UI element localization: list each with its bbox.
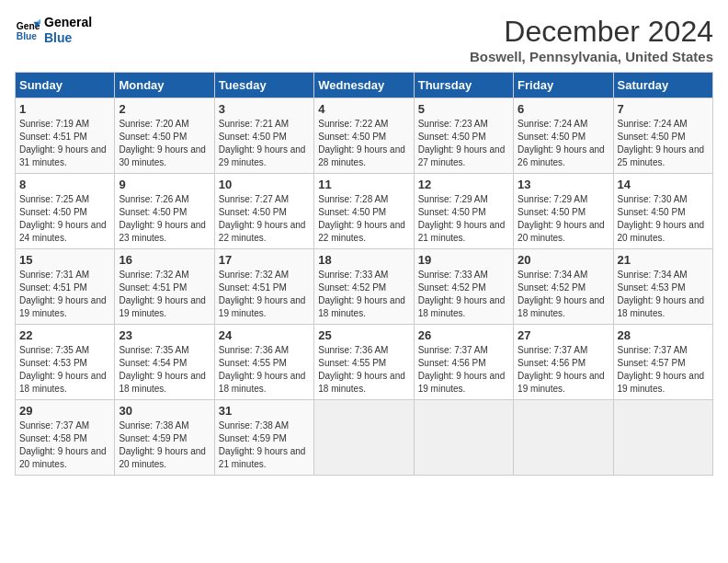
day-number: 16 <box>119 253 210 267</box>
title-area: December 2024 Boswell, Pennsylvania, Uni… <box>470 15 713 64</box>
calendar-cell: 19 Sunrise: 7:33 AM Sunset: 4:52 PM Dayl… <box>414 249 513 325</box>
calendar-cell: 13 Sunrise: 7:29 AM Sunset: 4:50 PM Dayl… <box>514 174 613 249</box>
day-number: 4 <box>318 102 409 116</box>
day-info: Sunrise: 7:34 AM Sunset: 4:53 PM Dayligh… <box>618 269 709 320</box>
day-info: Sunrise: 7:24 AM Sunset: 4:50 PM Dayligh… <box>518 118 609 169</box>
day-of-week-header: Friday <box>514 73 613 98</box>
day-number: 27 <box>518 328 609 342</box>
calendar-table: SundayMondayTuesdayWednesdayThursdayFrid… <box>15 72 713 476</box>
calendar-cell: 16 Sunrise: 7:32 AM Sunset: 4:51 PM Dayl… <box>115 249 214 325</box>
day-number: 6 <box>518 102 609 116</box>
day-info: Sunrise: 7:19 AM Sunset: 4:51 PM Dayligh… <box>19 118 110 169</box>
day-info: Sunrise: 7:35 AM Sunset: 4:53 PM Dayligh… <box>19 344 110 396</box>
day-info: Sunrise: 7:20 AM Sunset: 4:50 PM Dayligh… <box>119 118 210 169</box>
day-info: Sunrise: 7:28 AM Sunset: 4:50 PM Dayligh… <box>318 193 409 245</box>
day-info: Sunrise: 7:32 AM Sunset: 4:51 PM Dayligh… <box>219 269 310 320</box>
day-of-week-header: Wednesday <box>314 73 414 98</box>
day-number: 29 <box>19 404 110 418</box>
calendar-cell: 7 Sunrise: 7:24 AM Sunset: 4:50 PM Dayli… <box>613 98 712 174</box>
calendar-cell: 3 Sunrise: 7:21 AM Sunset: 4:50 PM Dayli… <box>214 98 313 174</box>
day-info: Sunrise: 7:35 AM Sunset: 4:54 PM Dayligh… <box>119 344 210 396</box>
day-number: 11 <box>318 178 409 191</box>
day-info: Sunrise: 7:32 AM Sunset: 4:51 PM Dayligh… <box>119 269 210 320</box>
day-number: 14 <box>618 178 709 191</box>
day-info: Sunrise: 7:31 AM Sunset: 4:51 PM Dayligh… <box>19 269 110 320</box>
calendar-week-row: 29 Sunrise: 7:37 AM Sunset: 4:58 PM Dayl… <box>16 400 713 476</box>
day-info: Sunrise: 7:27 AM Sunset: 4:50 PM Dayligh… <box>219 193 310 245</box>
calendar-cell: 25 Sunrise: 7:36 AM Sunset: 4:55 PM Dayl… <box>314 325 414 400</box>
calendar-cell: 28 Sunrise: 7:37 AM Sunset: 4:57 PM Dayl… <box>613 325 712 400</box>
day-info: Sunrise: 7:25 AM Sunset: 4:50 PM Dayligh… <box>19 193 110 245</box>
calendar-cell: 8 Sunrise: 7:25 AM Sunset: 4:50 PM Dayli… <box>16 174 115 249</box>
day-info: Sunrise: 7:34 AM Sunset: 4:52 PM Dayligh… <box>518 269 609 320</box>
day-info: Sunrise: 7:29 AM Sunset: 4:50 PM Dayligh… <box>518 193 609 245</box>
day-number: 8 <box>19 178 110 191</box>
day-of-week-header: Saturday <box>613 73 712 98</box>
calendar-cell: 6 Sunrise: 7:24 AM Sunset: 4:50 PM Dayli… <box>514 98 613 174</box>
day-info: Sunrise: 7:37 AM Sunset: 4:56 PM Dayligh… <box>518 344 609 396</box>
day-number: 10 <box>219 178 310 191</box>
calendar-week-row: 8 Sunrise: 7:25 AM Sunset: 4:50 PM Dayli… <box>16 174 713 249</box>
day-number: 18 <box>318 253 409 267</box>
calendar-cell: 4 Sunrise: 7:22 AM Sunset: 4:50 PM Dayli… <box>314 98 414 174</box>
day-info: Sunrise: 7:38 AM Sunset: 4:59 PM Dayligh… <box>219 419 310 471</box>
calendar-cell: 2 Sunrise: 7:20 AM Sunset: 4:50 PM Dayli… <box>115 98 214 174</box>
day-info: Sunrise: 7:38 AM Sunset: 4:59 PM Dayligh… <box>119 419 210 471</box>
logo: General Blue General Blue <box>15 15 92 46</box>
day-of-week-header: Sunday <box>16 73 115 98</box>
calendar-body: 1 Sunrise: 7:19 AM Sunset: 4:51 PM Dayli… <box>16 98 713 476</box>
day-number: 5 <box>418 102 509 116</box>
calendar-cell: 20 Sunrise: 7:34 AM Sunset: 4:52 PM Dayl… <box>514 249 613 325</box>
calendar-header-row: SundayMondayTuesdayWednesdayThursdayFrid… <box>16 73 713 98</box>
calendar-cell <box>314 400 414 476</box>
logo-name-general: General <box>44 15 92 30</box>
day-info: Sunrise: 7:26 AM Sunset: 4:50 PM Dayligh… <box>119 193 210 245</box>
day-of-week-header: Monday <box>115 73 214 98</box>
day-number: 31 <box>219 404 310 418</box>
calendar-cell: 9 Sunrise: 7:26 AM Sunset: 4:50 PM Dayli… <box>115 174 214 249</box>
day-number: 2 <box>119 102 210 116</box>
day-number: 25 <box>318 328 409 342</box>
calendar-cell: 30 Sunrise: 7:38 AM Sunset: 4:59 PM Dayl… <box>115 400 214 476</box>
day-info: Sunrise: 7:33 AM Sunset: 4:52 PM Dayligh… <box>418 269 509 320</box>
calendar-cell: 29 Sunrise: 7:37 AM Sunset: 4:58 PM Dayl… <box>16 400 115 476</box>
day-number: 28 <box>618 328 709 342</box>
day-info: Sunrise: 7:36 AM Sunset: 4:55 PM Dayligh… <box>219 344 310 396</box>
day-info: Sunrise: 7:37 AM Sunset: 4:56 PM Dayligh… <box>418 344 509 396</box>
calendar-cell: 24 Sunrise: 7:36 AM Sunset: 4:55 PM Dayl… <box>214 325 313 400</box>
day-of-week-header: Thursday <box>414 73 513 98</box>
logo-icon: General Blue <box>15 17 40 43</box>
page-header: General Blue General Blue December 2024 … <box>15 15 713 64</box>
calendar-cell: 17 Sunrise: 7:32 AM Sunset: 4:51 PM Dayl… <box>214 249 313 325</box>
day-number: 30 <box>119 404 210 418</box>
day-number: 17 <box>219 253 310 267</box>
calendar-cell: 26 Sunrise: 7:37 AM Sunset: 4:56 PM Dayl… <box>414 325 513 400</box>
calendar-cell: 14 Sunrise: 7:30 AM Sunset: 4:50 PM Dayl… <box>613 174 712 249</box>
day-of-week-header: Tuesday <box>214 73 313 98</box>
calendar-cell: 22 Sunrise: 7:35 AM Sunset: 4:53 PM Dayl… <box>16 325 115 400</box>
day-number: 13 <box>518 178 609 191</box>
day-info: Sunrise: 7:37 AM Sunset: 4:57 PM Dayligh… <box>618 344 709 396</box>
calendar-cell: 5 Sunrise: 7:23 AM Sunset: 4:50 PM Dayli… <box>414 98 513 174</box>
calendar-cell: 18 Sunrise: 7:33 AM Sunset: 4:52 PM Dayl… <box>314 249 414 325</box>
calendar-cell: 21 Sunrise: 7:34 AM Sunset: 4:53 PM Dayl… <box>613 249 712 325</box>
day-info: Sunrise: 7:33 AM Sunset: 4:52 PM Dayligh… <box>318 269 409 320</box>
day-number: 7 <box>618 102 709 116</box>
day-number: 3 <box>219 102 310 116</box>
calendar-cell: 10 Sunrise: 7:27 AM Sunset: 4:50 PM Dayl… <box>214 174 313 249</box>
day-info: Sunrise: 7:29 AM Sunset: 4:50 PM Dayligh… <box>418 193 509 245</box>
day-info: Sunrise: 7:21 AM Sunset: 4:50 PM Dayligh… <box>219 118 310 169</box>
calendar-cell <box>414 400 513 476</box>
day-info: Sunrise: 7:22 AM Sunset: 4:50 PM Dayligh… <box>318 118 409 169</box>
svg-text:Blue: Blue <box>17 31 38 41</box>
calendar-cell: 12 Sunrise: 7:29 AM Sunset: 4:50 PM Dayl… <box>414 174 513 249</box>
day-number: 1 <box>19 102 110 116</box>
day-info: Sunrise: 7:36 AM Sunset: 4:55 PM Dayligh… <box>318 344 409 396</box>
day-info: Sunrise: 7:30 AM Sunset: 4:50 PM Dayligh… <box>618 193 709 245</box>
day-info: Sunrise: 7:24 AM Sunset: 4:50 PM Dayligh… <box>618 118 709 169</box>
month-title: December 2024 <box>470 15 713 49</box>
calendar-cell <box>613 400 712 476</box>
calendar-cell <box>514 400 613 476</box>
logo-name-blue: Blue <box>44 30 92 46</box>
day-number: 21 <box>618 253 709 267</box>
